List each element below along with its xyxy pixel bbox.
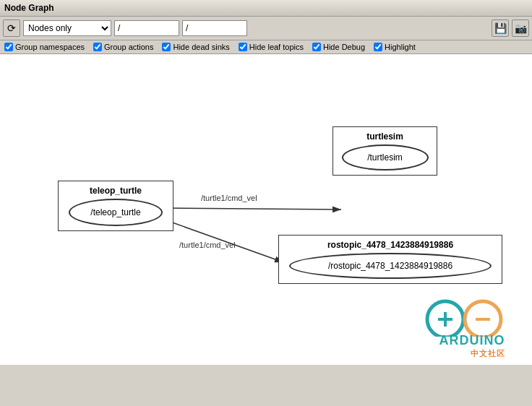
teleop-turtle-title: teleop_turtle [66,186,166,196]
arduino-sub: 中文社区 [471,348,505,359]
save-icon: 💾 [494,22,507,34]
title-label: Node Graph [4,3,54,13]
view-select[interactable]: Nodes only Topics and Nodes Topics only [23,20,111,36]
checkbox-group-namespaces[interactable]: Group namespaces [4,43,85,51]
checkbox-hide-leaf-topics[interactable]: Hide leaf topics [239,43,304,51]
refresh-button[interactable]: ⟳ [3,20,20,37]
graph-area[interactable]: /turtle1/cmd_vel /turtle1/cmd_vel teleop… [0,54,532,365]
checkbox-hide-debug[interactable]: Hide Debug [312,43,365,51]
checkbox-bar: Group namespaces Group actions Hide dead… [0,40,532,54]
namespace-input2[interactable] [182,20,247,36]
arduino-brand: ARDUINO [439,333,505,348]
watermark: ARDUINO 中文社区 [418,294,526,359]
svg-text:/turtle1/cmd_vel: /turtle1/cmd_vel [201,194,257,202]
title-bar: Node Graph [0,0,532,17]
teleop-turtle-ellipse: /teleop_turtle [69,199,163,226]
turtlesim-title: turtlesim [340,131,429,142]
svg-text:/turtle1/cmd_vel: /turtle1/cmd_vel [179,241,236,249]
turtlesim-ellipse: /turtlesim [342,144,429,170]
node-teleop-turtle[interactable]: teleop_turtle /teleop_turtle [58,181,173,231]
svg-line-3 [166,220,283,262]
node-rostopic[interactable]: rostopic_4478_1423884919886 /rostopic_44… [278,235,502,284]
screenshot-button[interactable]: 📷 [512,20,529,37]
namespace-input1[interactable] [114,20,179,36]
rostopic-title: rostopic_4478_1423884919886 [286,240,494,250]
checkbox-hide-dead-sinks[interactable]: Hide dead sinks [162,43,229,51]
toolbar: ⟳ Nodes only Topics and Nodes Topics onl… [0,17,532,40]
save-button[interactable]: 💾 [492,20,509,37]
rostopic-ellipse: /rostopic_4478_1423884919886 [289,253,492,279]
refresh-icon: ⟳ [7,22,16,34]
svg-line-1 [166,208,341,210]
node-turtlesim[interactable]: turtlesim /turtlesim [332,126,437,176]
checkbox-highlight[interactable]: Highlight [374,43,416,51]
screenshot-icon: 📷 [515,22,527,34]
checkbox-group-actions[interactable]: Group actions [93,43,153,51]
arduino-logo-svg [425,294,519,337]
